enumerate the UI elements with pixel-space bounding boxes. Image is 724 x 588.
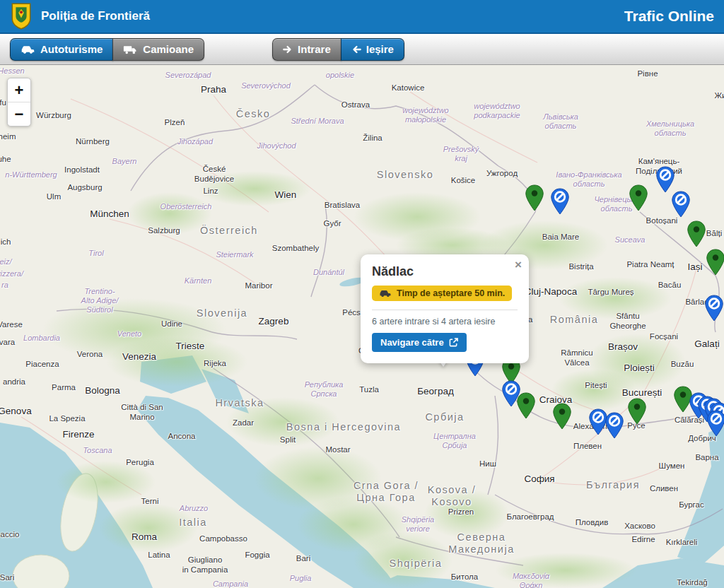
map-canvas[interactable]: HessenSeverozápadPrahaSeverovýchodopolsk…	[0, 65, 724, 588]
map-label: Mostar	[325, 445, 350, 455]
zoom-out-button[interactable]: −	[8, 102, 30, 126]
map-label: accio	[1, 530, 20, 540]
autoturisme-label: Autoturisme	[40, 43, 103, 55]
autoturisme-button[interactable]: Autoturisme	[10, 38, 113, 61]
map-label: Hrvatska	[215, 397, 264, 409]
border-point-pin-blue[interactable]	[706, 410, 724, 440]
car-icon	[21, 45, 35, 54]
map-label: Praha	[201, 84, 226, 95]
popup-divider	[372, 310, 518, 310]
map-label: München	[90, 208, 129, 220]
map-label: Nürnberg	[76, 137, 110, 147]
map-label: Србија	[425, 411, 464, 423]
border-point-pin-green[interactable]	[525, 184, 544, 214]
close-icon[interactable]: ×	[515, 259, 522, 271]
map-label: Хасково	[624, 522, 655, 531]
navigate-button[interactable]: Navigare către	[372, 333, 467, 352]
map-label: České Budějovice	[194, 165, 234, 184]
map-label: Città di San Marino	[121, 403, 163, 423]
map-label: Hessen	[0, 66, 25, 76]
map-label: Shqipëria	[390, 558, 443, 570]
intrare-button[interactable]: Intrare	[272, 38, 341, 61]
iesire-button[interactable]: Ieșire	[341, 38, 404, 61]
map-label: vara	[0, 338, 15, 348]
direction-group: Intrare Ieșire	[272, 38, 404, 61]
map-label: Verona	[77, 350, 103, 360]
border-point-pin-green[interactable]	[629, 184, 648, 214]
map-label: Rijeka	[204, 359, 226, 369]
map-label: Варна	[695, 453, 718, 463]
border-point-pin-green[interactable]	[516, 392, 536, 422]
map-label: województwo małopolskie	[402, 106, 448, 124]
map-label: Katowice	[392, 83, 425, 93]
map-label: Ancona	[168, 432, 195, 442]
crossing-point-popup: × Nădlac Timp de așteptare 50 min. 6 art…	[361, 254, 529, 363]
map-label: Kosova / Kosovo	[428, 484, 476, 509]
map-label: Crna Gora / Црна Гора	[354, 480, 419, 505]
border-point-pin-green[interactable]	[706, 249, 724, 278]
border-point-pin-green[interactable]	[687, 220, 706, 250]
map-label: Plzeň	[165, 118, 185, 128]
border-point-pin-blue[interactable]	[605, 412, 624, 442]
map-label: Perugia	[126, 458, 154, 468]
map-label: Жи	[714, 91, 724, 101]
map-label: България	[586, 479, 640, 491]
map-label: Varese	[0, 320, 23, 330]
map-label: Puglia	[290, 574, 312, 583]
border-point-pin-blue[interactable]	[704, 295, 724, 324]
app-header: Poliția de Frontieră Trafic Online	[0, 0, 724, 34]
map-label: Плевен	[573, 442, 602, 452]
map-label: Μακεδονία Θράκη	[513, 572, 549, 588]
map-label: Galați	[694, 339, 719, 350]
zoom-in-button[interactable]: +	[8, 78, 30, 102]
map-label: województwo podkarpackie	[474, 102, 520, 120]
map-label: Szombathely	[272, 244, 319, 254]
map-label: Oberösterreich	[160, 202, 212, 211]
map-label: Jihovýchod	[257, 141, 296, 151]
map-label: Bologna	[85, 385, 120, 396]
map-label: Firenze	[62, 429, 94, 440]
border-point-pin-green[interactable]	[552, 403, 572, 433]
map-label: Győr	[324, 219, 341, 229]
map-label: Івано-Франківська область	[556, 170, 621, 189]
lanes-info: 6 artere intrare si 4 artera iesire	[372, 317, 518, 327]
border-point-pin-blue[interactable]	[671, 191, 691, 220]
map-label: Bari	[296, 554, 310, 564]
map-label: fu	[0, 98, 6, 108]
map-label: Trentino- Alto Adige/ Südtirol	[81, 287, 119, 315]
map-label: Râmnicu Vâlcea	[561, 348, 592, 368]
filter-toolbar: Autoturisme Camioane Intrare Ieșire	[0, 34, 724, 65]
map-label: Централна Србија	[433, 432, 476, 450]
border-point-pin-blue[interactable]	[550, 188, 570, 218]
map-label: uhe	[0, 155, 11, 165]
map-label: Република Српска	[305, 380, 344, 399]
map-label: Foggia	[245, 551, 269, 560]
map-label: Genova	[0, 406, 32, 417]
map-label: Abruzzo	[180, 504, 208, 513]
map-label: Linz	[203, 187, 218, 196]
map-label: Lombardia	[23, 334, 60, 343]
border-point-pin-green[interactable]	[627, 398, 647, 428]
car-icon	[379, 289, 392, 298]
map-label: Piacenza	[25, 360, 59, 370]
map-label: Tirol	[88, 249, 103, 258]
map-label: Bayern	[112, 157, 137, 166]
camioane-label: Camioane	[143, 43, 194, 55]
map-label: Београд	[417, 386, 454, 397]
map-label: Prizren	[448, 507, 474, 517]
map-label: Piatra Neamț	[626, 260, 674, 270]
map-label: Pitești	[585, 381, 607, 391]
map-label: ich	[1, 237, 11, 247]
map-label: Zagreb	[259, 316, 289, 327]
map-label: Terni	[141, 497, 159, 507]
map-label: Сливен	[650, 484, 678, 494]
map-label: Česko	[236, 108, 271, 120]
map-label: Baia Mare	[542, 233, 579, 242]
map-label: andria	[3, 377, 25, 387]
map-label: Северна Македонија	[448, 531, 514, 556]
map-label: Augsburg	[67, 183, 102, 193]
camioane-button[interactable]: Camioane	[112, 38, 204, 61]
map-label: Focșani	[650, 332, 678, 342]
map-label: Latina	[148, 551, 170, 560]
map-label: Хмельницька область	[646, 119, 694, 138]
